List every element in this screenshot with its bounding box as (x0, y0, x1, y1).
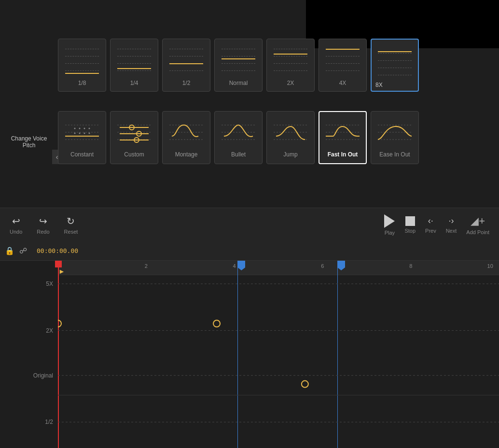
pitch-card-fast-in-out[interactable]: Fast In Out (319, 111, 367, 164)
bullet-icon (219, 118, 258, 149)
controls-bar: ↩ Undo ↪ Redo ↻ Reset Play Stop ‹· Prev … (0, 208, 499, 241)
svg-point-3 (74, 127, 76, 129)
ruler-label-10: 10 (487, 263, 493, 269)
pitch-label-montage: Montage (175, 151, 198, 158)
reset-button[interactable]: ↻ Reset (64, 215, 78, 235)
pitch-card-bullet[interactable]: Bullet (214, 111, 263, 164)
undo-label: Undo (10, 229, 22, 235)
add-point-button[interactable]: ◢+ Add Point (466, 215, 489, 235)
timecode-display: 00:00:00.00 (37, 247, 78, 254)
speed-label-4x: 4X (339, 80, 347, 86)
add-point-label: Add Point (466, 229, 489, 235)
pitch-curve[interactable]: .grid-dashed { stroke: #444; stroke-dash… (58, 275, 499, 448)
speed-label-1-8: 1/8 (78, 80, 86, 86)
ruler-label-4: 4 (233, 263, 236, 269)
timecode-bar: 🔒 ☍ 00:00:00.00 (0, 241, 499, 261)
svg-point-5 (84, 127, 85, 129)
add-point-icon: ◢+ (471, 215, 485, 227)
play-label: Play (385, 230, 395, 236)
speed-presets-row: 1/8 1/4 (58, 39, 419, 92)
jump-icon (271, 118, 310, 149)
speed-label-8x: 8X (375, 82, 383, 88)
pitch-label-constant: Constant (70, 151, 94, 158)
playback-controls: Play Stop ‹· Prev ·› Next ◢+ Add Point (384, 214, 489, 236)
y-label-2x: 2X (46, 327, 53, 334)
prev-button[interactable]: ‹· Prev (425, 216, 436, 234)
pitch-card-montage[interactable]: Montage (162, 111, 210, 164)
ruler-label-8: 8 (409, 263, 412, 269)
playhead-arrow: ► (58, 267, 65, 275)
speed-visual-normal (219, 44, 258, 78)
speed-card-2x[interactable]: 2X (266, 39, 315, 92)
svg-point-6 (89, 127, 90, 129)
ruler: 2 4 6 8 10 (58, 261, 499, 275)
prev-icon: ‹· (428, 216, 433, 226)
ctrl-point-1[interactable] (213, 320, 220, 327)
play-button[interactable]: Play (384, 214, 395, 236)
svg-point-4 (79, 127, 81, 129)
custom-icon (115, 118, 153, 149)
stop-icon (405, 216, 415, 226)
redo-label: Redo (37, 229, 49, 235)
speed-label-normal: Normal (229, 80, 248, 86)
pitch-label-jump: Jump (283, 151, 297, 158)
change-voice-pitch-label: Change Voice Pitch (5, 135, 53, 149)
undo-icon: ↩ (12, 215, 20, 227)
speed-visual-1-4 (115, 44, 153, 78)
fast-in-out-icon (323, 118, 362, 149)
svg-point-7 (74, 132, 76, 134)
pitch-label-ease-in-out: Ease In Out (379, 151, 410, 158)
speed-card-1-4[interactable]: 1/4 (110, 39, 158, 92)
speed-visual-1-2 (167, 44, 206, 78)
next-button[interactable]: ·› Next (446, 216, 457, 234)
speed-visual-2x (271, 44, 310, 78)
y-label-1-2: 1/2 (45, 419, 53, 425)
reset-icon: ↻ (67, 215, 75, 227)
redo-icon: ↪ (39, 215, 47, 227)
speed-card-1-8[interactable]: 1/8 (58, 39, 106, 92)
speed-visual-1-8 (63, 44, 101, 78)
pitch-card-constant[interactable]: Constant (58, 111, 106, 164)
ruler-label-2: 2 (145, 263, 148, 269)
speed-card-normal[interactable]: Normal (214, 39, 263, 92)
stop-button[interactable]: Stop (404, 216, 416, 234)
speed-label-1-2: 1/2 (182, 80, 191, 86)
redo-button[interactable]: ↪ Redo (37, 215, 49, 235)
speed-label-2x: 2X (287, 80, 294, 86)
pitch-card-custom[interactable]: Custom (110, 111, 158, 164)
speed-card-1-2[interactable]: 1/2 (162, 39, 210, 92)
ctrl-point-2[interactable] (302, 381, 308, 388)
svg-point-10 (89, 132, 90, 134)
pitch-card-jump[interactable]: Jump (266, 111, 315, 164)
y-label-5x: 5X (46, 280, 53, 287)
ruler-label-6: 6 (321, 263, 324, 269)
montage-icon (167, 118, 206, 149)
ctrl-point-0[interactable] (58, 320, 61, 327)
ease-in-out-icon (375, 118, 414, 149)
stop-label: Stop (404, 228, 416, 234)
next-label: Next (446, 228, 457, 234)
speed-card-8x[interactable]: 8X (371, 39, 419, 92)
undo-button[interactable]: ↩ Undo (10, 215, 22, 235)
pitch-label-custom: Custom (124, 151, 144, 158)
reset-label: Reset (64, 229, 78, 235)
speed-label-1-4: 1/4 (130, 80, 139, 86)
svg-point-8 (79, 132, 81, 134)
lock-icon[interactable]: 🔒 (5, 246, 14, 255)
pitch-card-ease-in-out[interactable]: Ease In Out (371, 111, 419, 164)
constant-icon (63, 118, 101, 149)
top-panel: 1/8 1/4 (0, 0, 499, 208)
speed-card-4x[interactable]: 4X (319, 39, 367, 92)
y-label-original: Original (33, 372, 53, 379)
play-icon (384, 214, 395, 228)
ruler-marks: 2 4 6 8 10 (58, 261, 499, 275)
timeline-area: 🔒 ☍ 00:00:00.00 5X 2X Original 1/2 2 4 6… (0, 241, 499, 448)
pitch-shapes-row: Constant Custom (58, 111, 419, 164)
speed-visual-8x (375, 48, 414, 82)
prev-label: Prev (425, 228, 436, 234)
y-axis: 5X 2X Original 1/2 (0, 275, 58, 448)
next-icon: ·› (448, 216, 454, 226)
svg-point-9 (84, 132, 85, 134)
chain-icon[interactable]: ☍ (19, 246, 27, 255)
speed-visual-4x (323, 44, 362, 78)
